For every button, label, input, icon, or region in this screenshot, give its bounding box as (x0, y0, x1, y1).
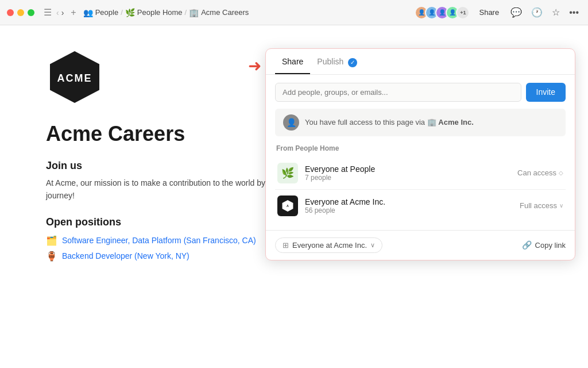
chevron-down-icon: ◇ (559, 170, 563, 176)
comment-button[interactable]: 💬 (508, 6, 524, 19)
people-home-emoji-icon: 🌿 (125, 8, 135, 17)
breadcrumb: 👥 People / 🌿 People Home / 🏢 Acme Career… (83, 8, 411, 17)
invite-row: Invite (275, 83, 566, 102)
link-icon: 🔗 (522, 240, 532, 250)
member-acme-access[interactable]: Full access ∨ (520, 201, 563, 210)
member-acme-info: Everyone at Acme Inc. 56 people (305, 197, 520, 214)
breadcrumb-people-home[interactable]: 🌿 People Home (125, 8, 183, 17)
back-button[interactable]: ‹ (56, 8, 59, 17)
minimize-button[interactable] (17, 9, 24, 16)
access-notice: 👤 You have full access to this page via … (275, 109, 566, 136)
chevron-down-icon-2: ∨ (559, 202, 563, 209)
member-people-info: Everyone at People 7 people (305, 164, 517, 182)
nav-arrows: ‹ › (56, 8, 64, 17)
menu-icon[interactable]: ☰ (44, 7, 52, 18)
more-button[interactable]: ••• (567, 6, 581, 19)
invite-input[interactable] (275, 83, 521, 102)
share-panel: Share Publish ✓ Invite 👤 You have full a… (265, 48, 575, 260)
people-emoji-icon: 👥 (83, 8, 93, 17)
svg-text:ACME: ACME (57, 72, 92, 84)
avatar-group: 👤 👤 👤 👤 +1 (415, 6, 470, 20)
share-button[interactable]: Share (474, 7, 504, 18)
breadcrumb-sep-2: / (185, 8, 187, 17)
from-label: From People Home (275, 144, 566, 152)
traffic-lights (7, 9, 34, 16)
tab-publish[interactable]: Publish ✓ (310, 49, 364, 74)
member-people-icon: 🌿 (277, 163, 298, 183)
footer-chevron-icon: ∨ (370, 241, 375, 249)
arrow-indicator: ➜ (248, 56, 261, 75)
titlebar-right: 👤 👤 👤 👤 +1 Share 💬 🕐 ☆ ••• (415, 6, 581, 20)
add-page-button[interactable]: + (71, 7, 76, 18)
share-body: Invite 👤 You have full access to this pa… (266, 75, 575, 230)
breadcrumb-acme-careers[interactable]: 🏢 Acme Careers (189, 8, 249, 17)
maximize-button[interactable] (28, 9, 34, 16)
favorite-button[interactable]: ☆ (550, 6, 562, 19)
forward-button[interactable]: › (61, 8, 64, 17)
titlebar: ☰ ‹ › + 👥 People / 🌿 People Home / 🏢 Acm… (0, 0, 588, 25)
main-area: ACME Acme Careers Join us At Acme, our m… (0, 25, 588, 368)
position-2-emoji-icon: 🏺 (46, 251, 57, 262)
history-button[interactable]: 🕐 (529, 6, 545, 19)
svg-text:A: A (287, 204, 289, 208)
publish-badge-icon: ✓ (348, 58, 357, 67)
user-avatar-icon: 👤 (283, 114, 299, 131)
acme-careers-emoji-icon: 🏢 (189, 8, 199, 17)
copy-link-button[interactable]: 🔗 Copy link (522, 240, 566, 250)
member-people-access[interactable]: Can access ◇ (517, 168, 563, 177)
acme-hexagon-icon: ACME (46, 48, 103, 106)
member-acme-icon: A (277, 195, 298, 216)
audience-selector[interactable]: ⊞ Everyone at Acme Inc. ∨ (275, 237, 382, 253)
position-1-emoji-icon: 🗂️ (46, 235, 57, 246)
breadcrumb-sep-1: / (121, 8, 123, 17)
avatar-overflow: +1 (456, 6, 470, 20)
invite-button[interactable]: Invite (526, 83, 566, 102)
close-button[interactable] (7, 9, 14, 16)
breadcrumb-people[interactable]: 👥 People (83, 8, 118, 17)
member-row-everyone-people: 🌿 Everyone at People 7 people Can access… (275, 157, 566, 190)
grid-icon: ⊞ (283, 241, 289, 250)
tab-share[interactable]: Share (275, 49, 310, 74)
access-notice-text: You have full access to this page via 🏢 … (305, 118, 474, 126)
share-footer: ⊞ Everyone at Acme Inc. ∨ 🔗 Copy link (266, 230, 575, 260)
share-tabs: Share Publish ✓ (266, 49, 575, 75)
member-row-everyone-acme: A Everyone at Acme Inc. 56 people Full a… (275, 190, 566, 222)
